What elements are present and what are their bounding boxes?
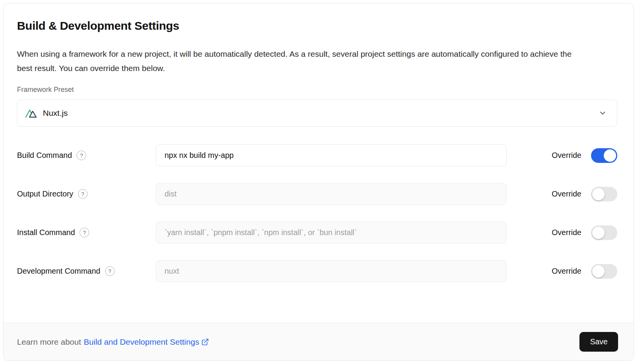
install-command-row: Install Command ? Override [17,222,617,244]
learn-more-text: Learn more about Build and Development S… [17,337,209,347]
override-label: Override [552,228,581,237]
build-command-row: Build Command ? Override [17,144,617,166]
external-link-icon [201,338,209,346]
override-label: Override [552,151,581,160]
help-icon[interactable]: ? [76,151,86,160]
override-group: Override [507,225,617,240]
development-command-input [156,260,507,282]
card-body: Build & Development Settings When using … [3,3,634,323]
framework-preset-select[interactable]: Nuxt.js [17,100,617,127]
build-command-override-toggle[interactable] [591,148,617,163]
framework-selected-value: Nuxt.js [43,108,68,118]
development-command-label: Development Command [17,267,100,276]
output-directory-label: Output Directory [17,190,73,198]
build-settings-docs-link[interactable]: Build and Development Settings [84,337,209,347]
help-icon[interactable]: ? [78,189,88,199]
toggle-knob [592,265,605,278]
card-footer: Learn more about Build and Development S… [3,323,634,361]
override-group: Override [507,148,617,163]
output-directory-row: Output Directory ? Override [17,183,617,205]
toggle-knob [604,149,616,162]
help-icon[interactable]: ? [80,228,89,237]
build-command-input[interactable] [156,144,507,166]
output-directory-input [156,183,507,205]
nuxt-logo-icon [25,108,38,118]
build-command-label: Build Command [17,151,72,160]
toggle-knob [592,227,605,239]
row-label-col: Output Directory ? [17,189,156,199]
development-command-row: Development Command ? Override [17,260,617,282]
learn-more-prefix: Learn more about [17,337,81,347]
row-label-col: Install Command ? [17,228,156,237]
save-button[interactable]: Save [579,332,618,352]
framework-preset-label: Framework Preset [17,86,617,94]
row-label-col: Build Command ? [17,151,156,160]
page-description: When using a framework for a new project… [17,47,575,75]
build-settings-card: Build & Development Settings When using … [3,3,634,361]
settings-rows: Build Command ? Override Output Director… [17,144,617,282]
chevron-down-icon [598,109,607,117]
override-group: Override [507,187,617,201]
page-title: Build & Development Settings [17,18,617,34]
help-icon[interactable]: ? [105,266,115,276]
install-command-label: Install Command [17,228,75,237]
override-group: Override [507,264,617,279]
development-command-override-toggle[interactable] [591,264,617,279]
install-command-override-toggle[interactable] [591,225,617,240]
install-command-input [156,222,507,244]
override-label: Override [552,267,581,276]
override-label: Override [552,190,581,198]
link-label: Build and Development Settings [84,337,199,347]
output-directory-override-toggle[interactable] [591,187,617,201]
row-label-col: Development Command ? [17,266,156,276]
toggle-knob [592,188,605,200]
